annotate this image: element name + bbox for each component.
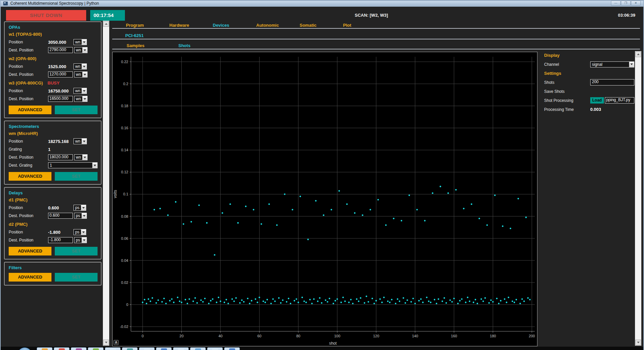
chevron-down-icon[interactable] <box>82 64 87 69</box>
plot-autorange-button[interactable]: A <box>114 340 119 345</box>
data-point <box>212 298 213 300</box>
taskbar-app-button[interactable] <box>156 347 172 350</box>
chevron-down-icon[interactable] <box>82 213 87 218</box>
hardware-row: Position1525.000wn <box>9 62 98 70</box>
chevron-down-icon[interactable] <box>92 163 97 168</box>
destination-input[interactable]: 18020.000 <box>48 154 73 160</box>
data-point <box>428 301 430 302</box>
scroll-up-icon[interactable] <box>635 51 641 57</box>
title-bar[interactable]: Coherent Multidimensional Spectroscopy |… <box>1 0 643 7</box>
chevron-down-icon[interactable] <box>82 72 87 77</box>
units-select[interactable]: wn <box>73 63 87 69</box>
x-tick-label: 0 <box>142 334 144 338</box>
taskbar-app-button[interactable] <box>207 347 223 350</box>
data-point <box>284 193 286 195</box>
device-tab-pci-6251[interactable]: PCI-6251 <box>125 33 144 38</box>
menu-tab-autonomic[interactable]: Autonomic <box>256 23 300 28</box>
menu-tab-plot[interactable]: Plot <box>343 23 386 28</box>
taskbar-app-button[interactable] <box>71 347 87 350</box>
units-select[interactable]: wn <box>74 96 88 102</box>
advanced-button[interactable]: ADVANCED <box>9 273 51 282</box>
data-point <box>319 297 321 299</box>
data-point <box>276 224 278 226</box>
group-title: Delays <box>9 190 98 195</box>
destination-input[interactable]: 1270.000 <box>48 71 73 77</box>
data-point <box>292 209 293 211</box>
scroll-down-icon[interactable] <box>635 340 641 345</box>
channel-select[interactable]: signal <box>590 61 634 67</box>
taskbar-app-button[interactable] <box>54 347 69 350</box>
processing-script-field[interactable]: pping_BJT.py <box>605 97 634 104</box>
set-button[interactable]: SET <box>55 247 98 255</box>
panel-scrollbar[interactable] <box>635 51 641 346</box>
units-select-value: wn <box>74 139 82 144</box>
units-select[interactable]: wn <box>74 47 88 53</box>
taskbar-app-button[interactable] <box>122 347 138 350</box>
units-select[interactable]: ps <box>74 213 87 219</box>
taskbar-app-button[interactable] <box>190 347 206 350</box>
chevron-down-icon[interactable] <box>81 205 86 210</box>
load-script-button[interactable]: Load <box>590 97 604 104</box>
close-button[interactable]: ✕ <box>631 1 641 6</box>
x-tick-label: 140 <box>412 334 418 338</box>
chevron-down-icon[interactable] <box>82 88 87 94</box>
destination-input[interactable]: 2790.000 <box>48 47 73 53</box>
view-tab-shots[interactable]: Shots <box>178 43 230 48</box>
data-point <box>179 301 180 302</box>
units-select[interactable]: ps <box>73 229 86 235</box>
menu-tab-devices[interactable]: Devices <box>213 23 256 28</box>
units-select[interactable]: wn <box>73 88 87 94</box>
windows-taskbar[interactable] <box>0 347 644 350</box>
units-select[interactable]: wn <box>74 71 88 77</box>
view-tab-samples[interactable]: Samples <box>127 43 178 48</box>
start-orb-icon[interactable] <box>17 347 32 350</box>
menu-tab-hardware[interactable]: Hardware <box>169 23 213 28</box>
data-point <box>196 302 198 304</box>
data-point <box>225 299 227 301</box>
units-select[interactable]: ps <box>73 205 86 211</box>
hardware-row: Position0.600ps <box>9 204 98 212</box>
destination-input[interactable]: 16500.000 <box>48 96 73 102</box>
chevron-down-icon[interactable] <box>82 39 87 45</box>
grating-select[interactable]: 1 <box>48 162 98 168</box>
taskbar-app-button[interactable] <box>139 347 155 350</box>
scroll-down-icon[interactable] <box>103 340 109 345</box>
advanced-button[interactable]: ADVANCED <box>9 247 51 255</box>
taskbar-app-button[interactable] <box>224 347 240 350</box>
taskbar-app-button[interactable] <box>37 347 52 350</box>
units-select[interactable]: wn <box>73 138 87 144</box>
chevron-down-icon[interactable] <box>629 62 634 67</box>
chevron-down-icon[interactable] <box>82 237 87 243</box>
destination-input[interactable]: -1.800 <box>48 237 73 243</box>
shutdown-button[interactable]: SHUT DOWN <box>6 10 86 21</box>
units-select[interactable]: wn <box>73 39 87 45</box>
destination-input[interactable]: 0.600 <box>48 213 73 219</box>
set-button[interactable]: SET <box>55 106 98 114</box>
taskbar-app-button[interactable] <box>105 347 121 350</box>
data-point <box>414 303 416 304</box>
chevron-down-icon[interactable] <box>82 139 87 144</box>
advanced-button[interactable]: ADVANCED <box>9 172 51 181</box>
menu-tab-program[interactable]: Program <box>126 23 169 28</box>
advanced-button[interactable]: ADVANCED <box>9 106 51 114</box>
minimize-button[interactable]: — <box>611 1 621 6</box>
maximize-button[interactable]: ❐ <box>621 1 631 6</box>
chevron-down-icon[interactable] <box>82 96 87 102</box>
device-name: w1 (TOPAS-800) <box>9 32 98 37</box>
data-point <box>352 303 354 304</box>
units-select[interactable]: ps <box>74 237 87 243</box>
set-button[interactable]: SET <box>55 172 98 181</box>
menu-tab-somatic[interactable]: Somatic <box>300 23 343 28</box>
sidebar-scrollbar[interactable] <box>103 21 109 346</box>
shots-input[interactable]: 200 <box>590 79 634 85</box>
taskbar-app-button[interactable] <box>88 347 104 350</box>
chevron-down-icon[interactable] <box>82 47 87 53</box>
scroll-up-icon[interactable] <box>103 21 109 27</box>
shots-plot[interactable]: -0.0200.020.040.060.080.10.120.140.160.1… <box>112 52 537 346</box>
set-button[interactable]: SET <box>55 273 98 282</box>
chevron-down-icon[interactable] <box>82 155 87 160</box>
chevron-down-icon[interactable] <box>81 229 86 235</box>
taskbar-app-button[interactable] <box>173 347 189 350</box>
units-select[interactable]: wn <box>74 154 88 160</box>
data-point <box>385 224 387 226</box>
